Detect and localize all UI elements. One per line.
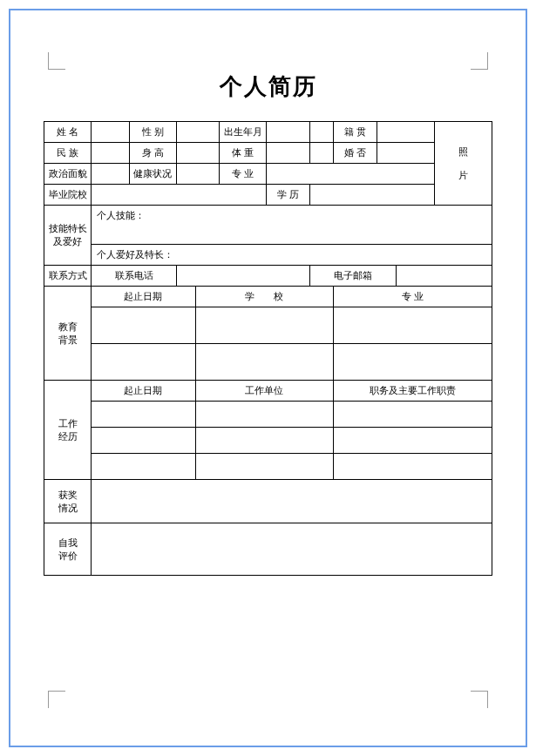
spacer-2 <box>309 143 333 164</box>
degree-value <box>309 185 434 206</box>
health-label: 健康状况 <box>129 164 176 185</box>
name-value <box>92 122 130 143</box>
crop-mark-tl <box>48 52 65 70</box>
education-section-label: 教育背景 <box>44 287 92 381</box>
row-school: 毕业院校 学 历 <box>44 185 492 206</box>
gender-label: 性 别 <box>129 122 176 143</box>
row-hobbies: 个人爱好及特长： <box>44 245 492 266</box>
document-content: 个人简历 姓 名 性 别 出生年月 籍 贯 <box>44 71 492 576</box>
row-name: 姓 名 性 别 出生年月 籍 贯 照片 <box>44 122 492 143</box>
work-company-2 <box>195 428 333 454</box>
work-duty-1 <box>334 402 492 428</box>
edu-school-1 <box>195 307 333 344</box>
weight-value <box>267 143 309 164</box>
ethnicity-value <box>92 143 130 164</box>
birth-label: 出生年月 <box>220 122 267 143</box>
health-value <box>177 164 220 185</box>
politics-value <box>92 164 130 185</box>
row-work-2 <box>44 428 492 454</box>
row-work-3 <box>44 454 492 480</box>
degree-label: 学 历 <box>267 185 309 206</box>
work-section-label: 工作经历 <box>44 381 92 480</box>
photo-label: 照片 <box>458 146 468 180</box>
row-skills: 技能特长及爱好 个人技能： <box>44 206 492 245</box>
edu-date-1 <box>92 307 196 344</box>
crop-mark-br <box>471 691 488 708</box>
work-company-header: 工作单位 <box>195 381 333 402</box>
row-edu-2 <box>44 344 492 381</box>
row-politics: 政治面貌 健康状况 专 业 <box>44 164 492 185</box>
native-label: 籍 贯 <box>334 122 377 143</box>
height-value <box>177 143 220 164</box>
skills-section-label: 技能特长及爱好 <box>44 206 92 266</box>
document-title: 个人简历 <box>44 71 492 102</box>
email-value <box>397 266 492 287</box>
photo-cell: 照片 <box>435 122 492 206</box>
resume-table: 姓 名 性 别 出生年月 籍 贯 照片 民 族 身 高 体 重 婚 否 政治面貌 <box>44 121 492 576</box>
school-value <box>92 185 267 206</box>
ethnicity-label: 民 族 <box>44 143 92 164</box>
school-label: 毕业院校 <box>44 185 92 206</box>
phone-label: 联系电话 <box>92 266 177 287</box>
row-edu-header: 教育背景 起止日期 学 校 专 业 <box>44 287 492 307</box>
row-work-header: 工作经历 起止日期 工作单位 职务及主要工作职责 <box>44 381 492 402</box>
marriage-label: 婚 否 <box>334 143 377 164</box>
crop-mark-tr <box>471 52 488 70</box>
email-label: 电子邮箱 <box>309 266 397 287</box>
work-company-3 <box>195 454 333 480</box>
native-value <box>377 122 435 143</box>
row-edu-1 <box>44 307 492 344</box>
work-duty-2 <box>334 428 492 454</box>
edu-major-1 <box>334 307 492 344</box>
weight-label: 体 重 <box>220 143 267 164</box>
row-self-eval: 自我评价 <box>44 523 492 576</box>
hobbies-header: 个人爱好及特长： <box>92 245 492 266</box>
height-label: 身 高 <box>129 143 176 164</box>
edu-date-header: 起止日期 <box>92 287 196 307</box>
marriage-value <box>377 143 435 164</box>
major-value <box>267 164 435 185</box>
work-date-1 <box>92 402 196 428</box>
edu-school-2 <box>195 344 333 381</box>
skills-header: 个人技能： <box>92 206 492 245</box>
edu-major-2 <box>334 344 492 381</box>
crop-mark-bl <box>48 691 65 708</box>
gender-value <box>177 122 220 143</box>
row-awards: 获奖情况 <box>44 480 492 523</box>
self-eval-value <box>92 523 492 576</box>
name-label: 姓 名 <box>44 122 92 143</box>
edu-major-header: 专 业 <box>334 287 492 307</box>
self-eval-label: 自我评价 <box>44 523 92 576</box>
work-date-2 <box>92 428 196 454</box>
work-company-1 <box>195 402 333 428</box>
work-date-header: 起止日期 <box>92 381 196 402</box>
birth-value <box>267 122 309 143</box>
edu-date-2 <box>92 344 196 381</box>
phone-value <box>177 266 310 287</box>
major-label: 专 业 <box>220 164 267 185</box>
contact-label: 联系方式 <box>44 266 92 287</box>
awards-label: 获奖情况 <box>44 480 92 523</box>
spacer-1 <box>309 122 333 143</box>
row-ethnicity: 民 族 身 高 体 重 婚 否 <box>44 143 492 164</box>
politics-label: 政治面貌 <box>44 164 92 185</box>
awards-value <box>92 480 492 523</box>
work-date-3 <box>92 454 196 480</box>
row-contact: 联系方式 联系电话 电子邮箱 <box>44 266 492 287</box>
work-duty-3 <box>334 454 492 480</box>
edu-school-header: 学 校 <box>195 287 333 307</box>
work-duty-header: 职务及主要工作职责 <box>334 381 492 402</box>
row-work-1 <box>44 402 492 428</box>
